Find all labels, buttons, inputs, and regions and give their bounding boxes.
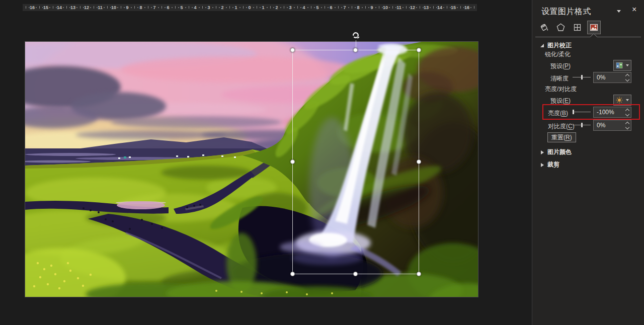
sharpness-spinbox[interactable] — [593, 72, 631, 83]
pane-tabs — [537, 21, 601, 35]
size-and-properties-icon — [572, 22, 583, 33]
slider-thumb[interactable] — [581, 75, 583, 79]
picture-icon — [589, 22, 599, 33]
resize-handle-bottom-left[interactable] — [290, 272, 295, 276]
expanded-triangle-icon — [540, 44, 544, 47]
preset-sharpen-dropdown[interactable] — [613, 60, 631, 71]
contrast-slider[interactable] — [573, 122, 591, 128]
effects-icon — [555, 22, 566, 33]
section-crop[interactable]: 裁剪 — [541, 160, 559, 169]
reset-button[interactable]: 重置(R) — [547, 132, 576, 142]
fill-and-line-icon — [539, 22, 549, 33]
resize-handle-top-left[interactable] — [290, 48, 295, 52]
format-picture-pane: 设置图片格式 × — [532, 0, 644, 325]
sharpness-label: 清晰度 — [550, 74, 569, 83]
sharpness-value-input[interactable] — [594, 72, 624, 83]
section-picture-correction[interactable]: 图片校正 — [540, 41, 572, 50]
resize-handle-middle-right[interactable] — [417, 159, 421, 164]
sharpen-preset-thumbnail-icon — [616, 62, 623, 69]
preset-brightness-dropdown[interactable] — [613, 95, 631, 106]
rotate-handle-icon[interactable] — [351, 30, 361, 40]
resize-handle-top-middle[interactable] — [353, 48, 358, 52]
tab-picture[interactable] — [587, 21, 601, 34]
resize-handle-top-right[interactable] — [417, 48, 421, 52]
spin-down-icon[interactable] — [625, 125, 629, 129]
contrast-label: 对比度(C) — [548, 122, 575, 131]
tab-fill-and-line[interactable] — [537, 21, 551, 34]
tab-divider — [535, 37, 641, 37]
spin-down-icon[interactable] — [625, 77, 629, 81]
resize-handle-bottom-right[interactable] — [417, 272, 421, 276]
sun-icon — [616, 97, 623, 104]
section-picture-color[interactable]: 图片颜色 — [541, 148, 572, 156]
contrast-spinbox[interactable] — [593, 120, 631, 131]
sharpness-spinner[interactable] — [624, 72, 631, 83]
chevron-down-icon — [626, 99, 629, 101]
contrast-value-input[interactable] — [594, 120, 624, 130]
pane-options-chevron-icon[interactable] — [617, 10, 621, 13]
preset-sharpen-label: 预设(P) — [550, 62, 571, 70]
picture-selection-box[interactable] — [292, 50, 419, 274]
slider-thumb[interactable] — [581, 123, 583, 127]
collapsed-triangle-icon — [541, 163, 544, 167]
powerpoint-window: 1615141312111098765432101234567891011121… — [0, 0, 644, 325]
sharpness-slider[interactable] — [573, 74, 591, 80]
resize-handle-bottom-middle[interactable] — [353, 272, 358, 276]
sharpen-soften-label: 锐化/柔化 — [545, 50, 571, 59]
brightness-contrast-label: 亮度/对比度 — [545, 85, 577, 94]
brightness-value-input[interactable] — [594, 107, 624, 117]
pane-title: 设置图片格式 — [541, 7, 591, 17]
chevron-down-icon — [626, 64, 629, 66]
contrast-spinner[interactable] — [624, 120, 631, 130]
horizontal-ruler: 1615141312111098765432101234567891011121… — [23, 4, 477, 11]
preset-brightness-label: 预设(E) — [550, 97, 571, 105]
brightness-spinner[interactable] — [624, 107, 631, 117]
resize-handle-middle-left[interactable] — [290, 159, 295, 164]
collapsed-triangle-icon — [541, 150, 544, 154]
brightness-label: 亮度(B) — [548, 109, 568, 118]
tab-size-and-properties[interactable] — [571, 21, 584, 34]
spin-down-icon[interactable] — [625, 112, 629, 116]
brightness-slider[interactable] — [573, 109, 591, 115]
slider-thumb[interactable] — [573, 110, 574, 114]
brightness-spinbox[interactable] — [593, 107, 631, 118]
close-icon[interactable]: × — [632, 5, 636, 15]
tab-effects[interactable] — [554, 21, 568, 34]
